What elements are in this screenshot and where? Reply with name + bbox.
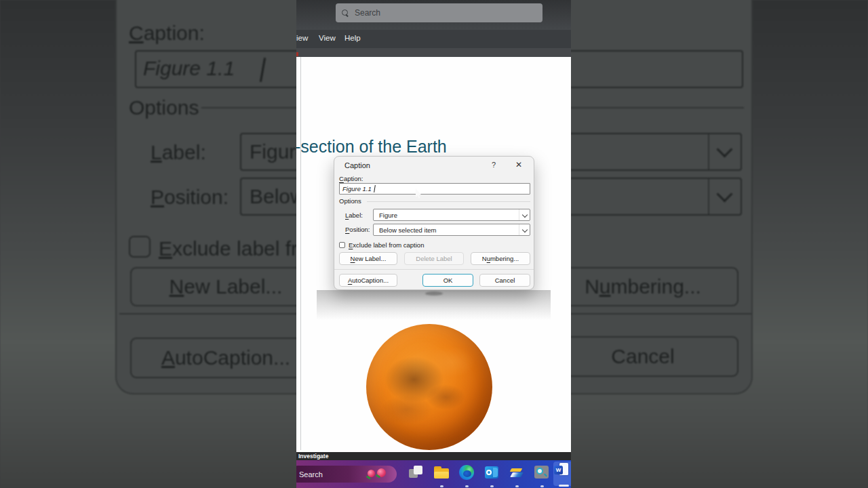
- word-icon: W: [554, 466, 563, 474]
- bg-options-group-label: Options: [129, 96, 199, 119]
- bg-chevron-down-icon: [708, 134, 741, 169]
- taskbar-search-box[interactable]: Search: [296, 466, 397, 483]
- running-indicator: [540, 485, 544, 487]
- running-indicator: [515, 485, 519, 487]
- active-indicator: [559, 485, 569, 487]
- rose-icon: [377, 468, 386, 477]
- bg-text-caret: [260, 58, 266, 82]
- bg-exclude-checkbox: [129, 236, 151, 258]
- bg-chevron-down-icon: [708, 179, 741, 214]
- file-explorer-icon[interactable]: [433, 464, 450, 481]
- yellow-app-icon[interactable]: [509, 464, 525, 481]
- running-indicator: [440, 485, 443, 487]
- bg-new-label-button: New Label...: [130, 267, 321, 306]
- bg-label-label: Label:: [151, 141, 206, 164]
- running-indicator: [465, 485, 469, 487]
- task-view-icon[interactable]: [408, 464, 425, 481]
- rose-icon: [368, 470, 375, 477]
- bg-position-label: Position:: [151, 186, 229, 209]
- bg-numbering-button: Numbering...: [547, 267, 738, 306]
- edge-icon[interactable]: [458, 464, 475, 481]
- running-indicator: [490, 485, 494, 487]
- bg-autocaption-button: AutoCaption...: [130, 338, 321, 378]
- taskbar-layer: Search W: [296, 0, 571, 488]
- bg-cancel-button: Cancel: [547, 336, 738, 377]
- taskbar-search-label: Search: [299, 470, 323, 479]
- outlook-icon[interactable]: [484, 464, 500, 481]
- word-active-highlight[interactable]: W: [553, 462, 571, 486]
- magnifier-icon[interactable]: [534, 464, 550, 481]
- video-frame: Caption: Figure 1.1 Options Label: Figur…: [0, 0, 868, 488]
- bg-caption-field-label: Caption:: [129, 22, 205, 45]
